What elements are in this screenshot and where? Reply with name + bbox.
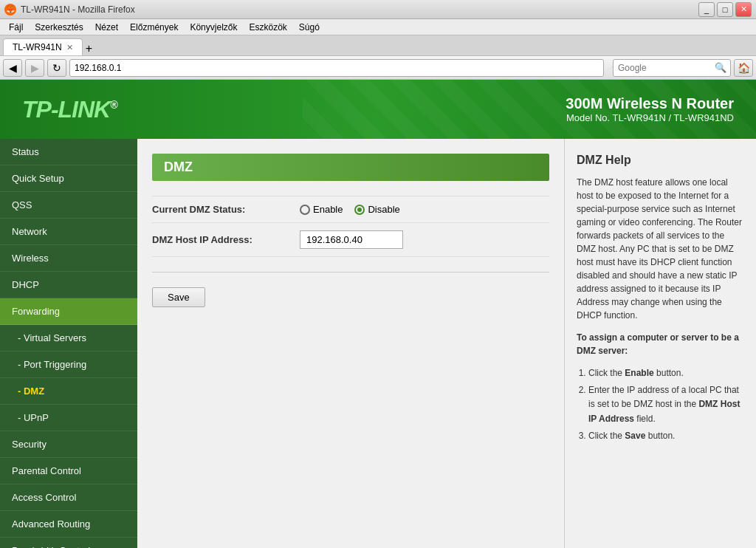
menu-tools[interactable]: Eszközök xyxy=(243,21,292,34)
status-value: Enable Disable xyxy=(300,204,400,215)
disable-radio-text: Disable xyxy=(368,204,399,215)
tab-bar: TL-WR941N ✕ + xyxy=(0,35,756,56)
model-number: Model No. TL-WR941N / TL-WR941ND xyxy=(566,112,734,123)
new-tab-button[interactable]: + xyxy=(86,42,92,55)
disable-radio-label[interactable]: Disable xyxy=(354,204,399,215)
enable-radio-circle xyxy=(300,205,310,215)
sidebar-item-network[interactable]: Network xyxy=(0,219,137,245)
help-assign-header-text: To assign a computer or server to be a D… xyxy=(577,332,739,356)
help-intro: The DMZ host feature allows one local ho… xyxy=(577,176,744,322)
help-step-2: Enter the IP address of a local PC that … xyxy=(588,383,744,426)
back-button[interactable]: ◀ xyxy=(3,59,22,77)
search-icon[interactable]: 🔍 xyxy=(715,62,726,73)
sidebar-item-virtual-servers[interactable]: - Virtual Servers xyxy=(0,325,137,352)
disable-radio-dot xyxy=(357,208,362,212)
page-title: DMZ xyxy=(152,154,549,181)
status-label: Current DMZ Status: xyxy=(152,204,300,215)
help-title: DMZ Help xyxy=(577,154,744,167)
router-page: TP-LINK® 300M Wireless N Router Model No… xyxy=(0,80,756,548)
ip-address-input[interactable] xyxy=(300,230,403,249)
tab-close-button[interactable]: ✕ xyxy=(66,43,73,52)
close-button[interactable]: ✕ xyxy=(735,2,752,17)
sidebar-item-dhcp[interactable]: DHCP xyxy=(0,272,137,298)
sidebar-item-security[interactable]: Security xyxy=(0,431,137,458)
help-steps-list: Click the Enable button. Enter the IP ad… xyxy=(577,366,744,443)
sidebar-item-quick-setup[interactable]: Quick Setup xyxy=(0,165,137,192)
sidebar-item-access-control[interactable]: Access Control xyxy=(0,484,137,511)
menu-history[interactable]: Előzmények xyxy=(124,21,184,34)
browser-titlebar: 🦊 TL-WR941N - Mozilla Firefox _ □ ✕ xyxy=(0,0,756,19)
maximize-button[interactable]: □ xyxy=(717,2,733,17)
sidebar-item-advanced-routing[interactable]: Advanced Routing xyxy=(0,511,137,538)
sidebar-item-forwarding[interactable]: Forwarding xyxy=(0,298,137,325)
browser-title: TL-WR941N - Mozilla Firefox xyxy=(21,4,135,15)
menu-view[interactable]: Nézet xyxy=(89,21,124,34)
menu-edit[interactable]: Szerkesztés xyxy=(29,21,89,34)
menu-file[interactable]: Fájl xyxy=(3,21,29,34)
form-divider xyxy=(152,272,549,273)
help-step-1: Click the Enable button. xyxy=(588,366,744,380)
enable-radio-label[interactable]: Enable xyxy=(300,204,343,215)
browser-menubar: Fájl Szerkesztés Nézet Előzmények Könyvj… xyxy=(0,19,756,35)
router-body: Status Quick Setup QSS Network Wireless … xyxy=(0,139,756,548)
status-row: Current DMZ Status: Enable Di xyxy=(152,196,549,223)
enable-radio-text: Enable xyxy=(313,204,343,215)
home-button[interactable]: 🏠 xyxy=(734,59,753,77)
tp-link-logo: TP-LINK® xyxy=(22,96,117,123)
model-name: 300M Wireless N Router xyxy=(566,95,734,112)
firefox-icon: 🦊 xyxy=(4,4,16,16)
sidebar-item-bandwidth-control[interactable]: Bandwidth Control xyxy=(0,538,137,548)
sidebar-item-parental-control[interactable]: Parental Control xyxy=(0,458,137,484)
ip-value xyxy=(300,230,403,249)
minimize-button[interactable]: _ xyxy=(698,2,715,17)
main-content: DMZ Current DMZ Status: Enable xyxy=(137,139,564,548)
disable-radio-circle xyxy=(354,205,365,215)
sidebar-item-qss[interactable]: QSS xyxy=(0,192,137,219)
ip-row: DMZ Host IP Address: xyxy=(152,223,549,257)
search-input[interactable] xyxy=(613,59,731,77)
dmz-form: Current DMZ Status: Enable Di xyxy=(152,196,549,257)
router-model-info: 300M Wireless N Router Model No. TL-WR94… xyxy=(566,95,734,123)
logo-trademark: ® xyxy=(110,99,117,111)
tab-label: TL-WR941N xyxy=(13,42,62,52)
browser-tab[interactable]: TL-WR941N ✕ xyxy=(3,38,83,55)
ip-label: DMZ Host IP Address: xyxy=(152,234,300,245)
sidebar-item-upnp[interactable]: - UPnP xyxy=(0,405,137,431)
sidebar: Status Quick Setup QSS Network Wireless … xyxy=(0,139,137,548)
address-bar[interactable] xyxy=(69,59,604,77)
help-step-3: Click the Save button. xyxy=(588,429,744,443)
sidebar-item-status[interactable]: Status xyxy=(0,139,137,165)
help-panel: DMZ Help The DMZ host feature allows one… xyxy=(564,139,756,548)
browser-toolbar: ◀ ▶ ↻ ☆ ↺ 🔍 🏠 xyxy=(0,56,756,80)
router-header: TP-LINK® 300M Wireless N Router Model No… xyxy=(0,80,756,139)
menu-bookmarks[interactable]: Könyvjelzők xyxy=(184,21,243,34)
forward-button[interactable]: ▶ xyxy=(25,59,44,77)
sidebar-item-wireless[interactable]: Wireless xyxy=(0,245,137,272)
menu-help[interactable]: Súgó xyxy=(293,21,326,34)
save-button[interactable]: Save xyxy=(152,287,205,307)
logo-text: TP-LINK xyxy=(22,96,110,123)
sidebar-item-port-triggering[interactable]: - Port Triggering xyxy=(0,352,137,378)
help-assign-header: To assign a computer or server to be a D… xyxy=(577,331,744,357)
reload-button[interactable]: ↻ xyxy=(47,59,66,77)
window-controls: _ □ ✕ xyxy=(698,2,752,17)
dmz-status-radio-group: Enable Disable xyxy=(300,204,400,215)
sidebar-item-dmz[interactable]: - DMZ xyxy=(0,378,137,405)
